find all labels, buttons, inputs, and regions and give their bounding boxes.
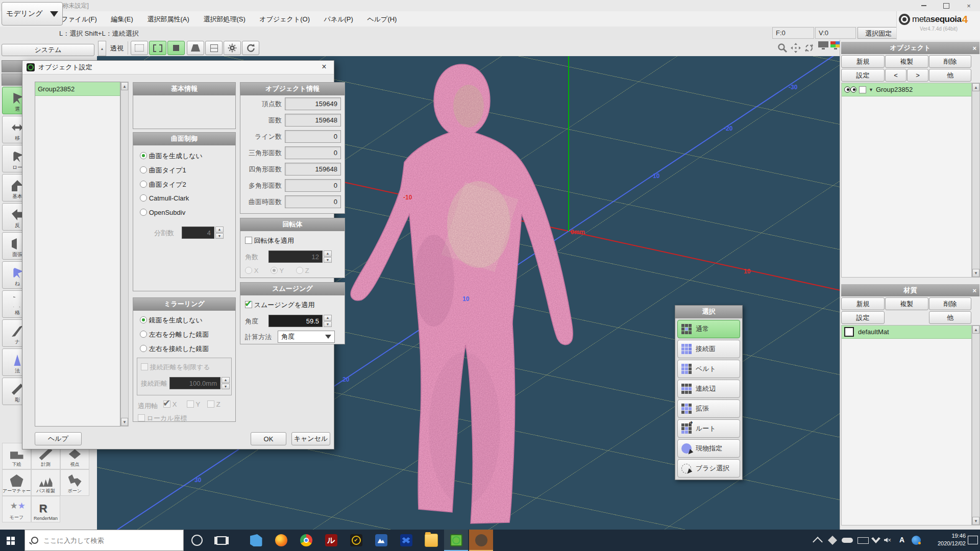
limit-distance-checkbox[interactable]	[141, 363, 148, 370]
object-checkbox[interactable]	[859, 86, 866, 93]
select-mode-belt[interactable]: ベルト	[677, 360, 740, 378]
object-new-button[interactable]: 新規	[841, 55, 885, 68]
tray-onedrive-icon[interactable]	[842, 538, 853, 543]
tray-volume-muted-icon[interactable]: ×	[884, 537, 894, 543]
division-field[interactable]: 4	[182, 227, 214, 239]
settings-gear-icon[interactable]	[224, 41, 241, 55]
3d-model-figure[interactable]	[342, 61, 577, 528]
selection-lock-button[interactable]: 選択固定	[857, 27, 899, 39]
lathe-num-stepper[interactable]: ▲▼	[324, 251, 332, 263]
select-mode-normal[interactable]: 通常	[677, 320, 740, 338]
tool-armature[interactable]: アーマチャー	[2, 469, 31, 496]
material-settings-button[interactable]: 設定	[841, 311, 885, 324]
mirror-axis-x-checkbox[interactable]	[163, 400, 170, 408]
material-new-button[interactable]: 新規	[841, 297, 885, 310]
radio-mirror-connected[interactable]	[140, 345, 147, 352]
cube-icon[interactable]	[205, 41, 223, 55]
tool-renderman[interactable]: RRenderMan	[31, 496, 60, 522]
pan-icon[interactable]	[789, 41, 802, 55]
mirror-axis-y-checkbox[interactable]	[187, 400, 194, 408]
select-mode-continuous-edge[interactable]: 連続辺	[677, 380, 740, 398]
zoom-icon[interactable]	[776, 41, 789, 55]
dialog-list-scrollbar[interactable]: ▲ ▼	[120, 82, 129, 427]
select-mode-expand[interactable]: 拡張	[677, 399, 740, 418]
smoothing-apply-checkbox[interactable]	[245, 301, 252, 308]
expand-triangle-icon[interactable]: ▼	[869, 87, 873, 92]
menu-panel[interactable]: パネル(P)	[318, 11, 359, 24]
notifications-icon[interactable]	[968, 536, 978, 544]
material-list-item[interactable]: defaultMat	[842, 325, 971, 339]
scroll-up-icon[interactable]: ▲	[121, 82, 128, 90]
lathe-apply-checkbox[interactable]	[245, 237, 252, 244]
lattice-icon[interactable]	[187, 41, 204, 55]
local-coords-checkbox[interactable]	[138, 414, 145, 421]
help-button[interactable]: ヘルプ	[35, 432, 82, 445]
radio-opensubdiv[interactable]	[140, 209, 147, 216]
menu-selection-proc[interactable]: 選択部処理(S)	[197, 11, 251, 24]
fill-select-icon[interactable]	[167, 41, 185, 55]
scroll-down-icon[interactable]: ▼	[121, 418, 128, 426]
ok-button[interactable]: OK	[251, 432, 286, 445]
splitter-handle[interactable]: ▲	[98, 41, 106, 56]
mode-dropdown[interactable]: モデリング	[2, 2, 63, 26]
scroll-down-icon[interactable]: ▼	[972, 269, 979, 277]
object-delete-button[interactable]: 削除	[929, 55, 971, 68]
menu-selection-attr[interactable]: 選択部属性(A)	[141, 11, 195, 24]
division-stepper[interactable]: ▲▼	[215, 227, 224, 239]
maximize-button[interactable]	[935, 0, 958, 11]
dropbox-button[interactable]	[394, 530, 418, 551]
dialog-list-item[interactable]: Group23852	[35, 82, 120, 96]
angle-field[interactable]: 59.5	[268, 315, 323, 327]
tray-wifi-icon[interactable]	[871, 536, 880, 543]
scroll-up-icon[interactable]: ▲	[972, 83, 979, 91]
marquee-select-icon[interactable]	[131, 41, 148, 55]
orbit-icon[interactable]	[802, 41, 816, 55]
search-input[interactable]	[42, 536, 172, 545]
single-view-icon[interactable]	[818, 41, 829, 55]
dialog-title-bar[interactable]: オブジェクト設定 ×	[22, 61, 334, 74]
mirror-axis-z-checkbox[interactable]	[207, 400, 214, 408]
menu-help[interactable]: ヘルプ(H)	[361, 11, 403, 24]
distance-field[interactable]: 100.0mm	[169, 377, 220, 389]
task-view-button[interactable]	[209, 530, 233, 551]
radio-catmull-clark[interactable]	[140, 194, 147, 202]
material-panel-header[interactable]: 材質×	[841, 284, 979, 296]
lathe-axis-y-radio[interactable]	[271, 267, 278, 274]
select-mode-direct-pick[interactable]: 現物指定	[677, 439, 740, 458]
system-header-button[interactable]: システム	[2, 44, 94, 56]
select-panel-header[interactable]: 選択	[675, 306, 742, 318]
taskbar-search[interactable]	[24, 530, 184, 551]
tool-path-clone[interactable]: パス複製	[31, 469, 60, 496]
object-prev-button[interactable]: <	[885, 69, 906, 82]
cortana-button[interactable]	[185, 530, 209, 551]
lathe-num-field[interactable]: 12	[268, 251, 323, 263]
select-mode-route[interactable]: ルート	[677, 419, 740, 438]
radio-no-surface[interactable]	[140, 152, 147, 159]
scroll-down-icon[interactable]: ▼	[972, 517, 979, 525]
menu-edit[interactable]: 編集(E)	[105, 11, 139, 24]
tray-chevron-up-icon[interactable]	[813, 537, 823, 547]
norton-button[interactable]: ✔	[344, 530, 368, 551]
firefox-button[interactable]	[269, 530, 293, 551]
tray-drive-icon[interactable]	[828, 536, 837, 545]
taskbar-clock[interactable]: 19:462020/12/02	[938, 532, 966, 547]
lathe-axis-x-radio[interactable]	[245, 267, 252, 274]
bracket-select-icon[interactable]	[149, 41, 166, 55]
close-button[interactable]: ×	[958, 0, 980, 11]
gimp-taskbar-button[interactable]	[469, 530, 493, 551]
dialog-close-icon[interactable]: ×	[318, 62, 330, 72]
method-dropdown[interactable]: 角度	[278, 331, 335, 343]
lathe-axis-z-radio[interactable]	[296, 267, 303, 274]
object-duplicate-button[interactable]: 複製	[885, 55, 928, 68]
distance-stepper[interactable]: ▲▼	[222, 377, 230, 389]
material-other-button[interactable]: 他	[929, 311, 971, 324]
metasequoia-taskbar-button[interactable]	[444, 530, 468, 551]
radio-surface-type1[interactable]	[140, 166, 147, 173]
object-next-button[interactable]: >	[907, 69, 928, 82]
visibility-eyes-icon[interactable]	[844, 86, 856, 93]
start-button[interactable]	[0, 530, 24, 551]
tray-cortana-sphere-icon[interactable]	[912, 536, 921, 545]
object-list-scrollbar[interactable]: ▲ ▼	[972, 83, 980, 278]
acrobat-button[interactable]: ル	[319, 530, 343, 551]
menu-object[interactable]: オブジェクト(O)	[253, 11, 316, 24]
